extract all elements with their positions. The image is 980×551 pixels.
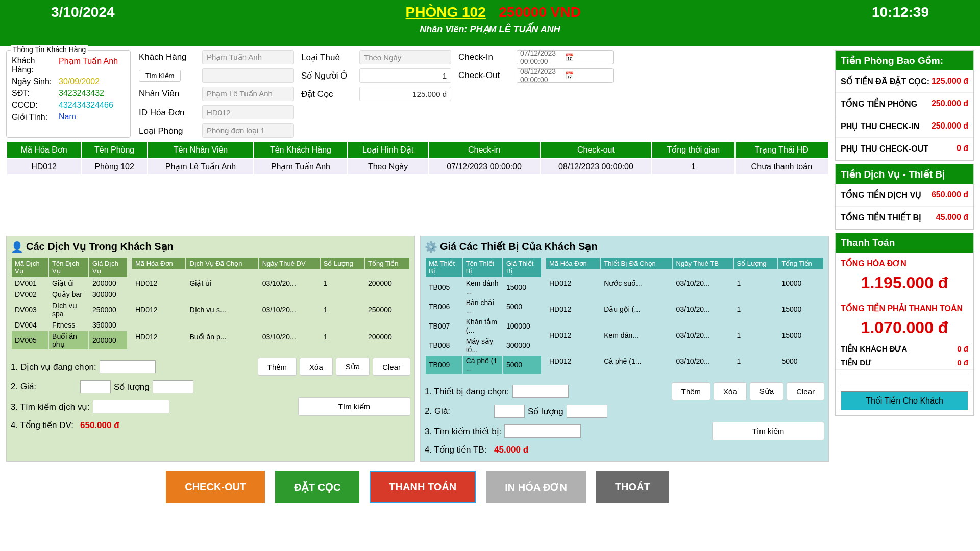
customer-select[interactable]: [202, 50, 294, 64]
staff-name: Nhân Viên: PHẠM LÊ TUẤN ANH: [0, 20, 980, 39]
cust-phone: 3423243432: [59, 89, 104, 98]
chosen-services[interactable]: Mã Hóa ĐơnDịch Vụ Đã ChọnNgày Thuê DVSố …: [131, 257, 410, 350]
search-service-button[interactable]: Tìm kiếm: [298, 397, 410, 416]
chosen-equipment[interactable]: Mã Hóa ĐơnThiết Bị Đã ChọnNgày Thuê TBSố…: [545, 257, 824, 375]
deposit-button[interactable]: ĐẶT CỌC: [275, 471, 359, 503]
find-customer-button[interactable]: Tìm Kiếm: [139, 70, 181, 82]
equip-selected-input[interactable]: [512, 385, 569, 398]
booking-form: Khách Hàng Loại Thuê Check-In 07/12/2023…: [139, 50, 829, 138]
person-icon: 👤: [11, 241, 22, 252]
cust-name: Phạm Tuấn Anh: [59, 56, 118, 74]
calendar-icon: 📅: [565, 53, 610, 61]
edit-equip-button[interactable]: Sửa: [750, 382, 783, 400]
table-row[interactable]: HD012Phòng 102Phạm Lê Tuấn AnhPhạm Tuấn …: [7, 159, 828, 174]
deposit-input[interactable]: [359, 87, 451, 101]
roomtype-input[interactable]: [202, 123, 294, 138]
pay-button[interactable]: THANH TOÁN: [370, 471, 476, 503]
booking-table[interactable]: Mã Hóa ĐơnTên PhòngTên Nhân ViênTên Khác…: [6, 141, 829, 176]
room-name: PHÒNG 102: [406, 4, 486, 20]
delete-service-button[interactable]: Xóa: [300, 358, 333, 376]
renttype-select[interactable]: [359, 50, 451, 64]
gear-icon: ⚙️: [425, 241, 436, 252]
checkin-input[interactable]: 07/12/2023 00:00:00📅: [517, 50, 614, 64]
cust-gender: Nam: [59, 112, 76, 122]
equipment-list[interactable]: Mã Thiết BịTên Thiết BịGiá Thiết BịTB005…: [425, 257, 542, 375]
exit-button[interactable]: THOÁT: [596, 471, 669, 503]
customer-info-box: Thông Tin Khách Hàng Khách Hàng:Phạm Tuấ…: [6, 50, 131, 138]
services-list[interactable]: Mã Dịch VụTên Dịch VụGiá Dịch VụDV001Giặ…: [11, 257, 128, 350]
find-customer-input[interactable]: [202, 68, 294, 83]
equip-total: 45.000 đ: [494, 445, 528, 455]
equipment-panel: ⚙️Giá Các Thiết Bị Của Khách Sạn Mã Thiế…: [420, 236, 829, 462]
service-search-input[interactable]: [93, 400, 169, 413]
clear-service-button[interactable]: Clear: [373, 358, 410, 376]
staff-input[interactable]: [202, 87, 294, 101]
services-panel: 👤Các Dịch Vụ Trong Khách Sạn Mã Dịch VụT…: [6, 236, 415, 462]
people-input[interactable]: [359, 68, 451, 83]
equip-qty-input[interactable]: [567, 405, 607, 418]
checkout-input[interactable]: 08/12/2023 00:00:00📅: [517, 68, 614, 83]
room-price: 250000 VND: [499, 4, 581, 20]
calendar-icon: 📅: [565, 71, 610, 80]
checkout-button[interactable]: CHECK-OUT: [166, 471, 265, 503]
current-time: 10:12:39: [872, 4, 929, 20]
add-equip-button[interactable]: Thêm: [672, 382, 710, 400]
edit-service-button[interactable]: Sửa: [336, 358, 370, 376]
service-total: 650.000 đ: [80, 420, 119, 431]
service-selected-input[interactable]: [100, 360, 156, 373]
cust-dob: 30/09/2002: [59, 77, 100, 86]
current-date: 3/10/2024: [51, 4, 115, 20]
print-button[interactable]: IN HÓA ĐƠN: [486, 471, 586, 503]
equip-price-input[interactable]: [494, 405, 525, 418]
add-service-button[interactable]: Thêm: [258, 358, 297, 376]
service-qty-input[interactable]: [153, 380, 193, 393]
delete-equip-button[interactable]: Xóa: [714, 382, 747, 400]
cust-id: 432434324466: [59, 101, 113, 110]
summary-sidebar: Tiền Phòng Bao Gồm: SỐ TIỀN ĐÃ ĐẶT CỌC:1…: [835, 50, 974, 503]
equip-search-input[interactable]: [504, 424, 581, 438]
search-equip-button[interactable]: Tìm kiếm: [712, 422, 824, 440]
refund-button[interactable]: Thối Tiền Cho Khách: [841, 391, 968, 410]
clear-equip-button[interactable]: Clear: [787, 382, 824, 400]
header-bar: 3/10/2024 PHÒNG 102 250000 VND 10:12:39 …: [0, 0, 980, 46]
invoice-total: 1.195.000 đ: [836, 268, 973, 297]
cash-given-input[interactable]: [841, 373, 968, 386]
invoice-input[interactable]: [202, 105, 294, 119]
service-price-input[interactable]: [80, 380, 111, 393]
amount-due: 1.070.000 đ: [836, 313, 973, 342]
